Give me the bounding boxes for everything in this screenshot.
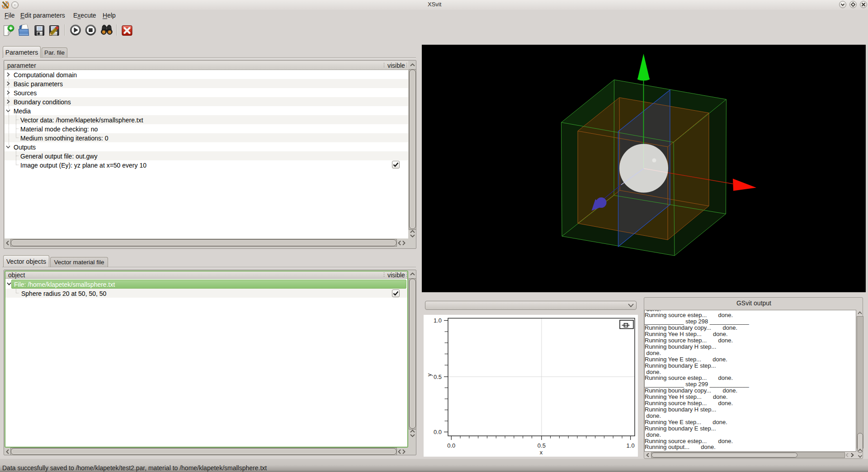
svg-text:1.0: 1.0	[434, 317, 442, 324]
svg-text:0.0: 0.0	[434, 429, 442, 435]
svg-text:0.5: 0.5	[434, 374, 442, 380]
svg-text:0.5: 0.5	[538, 442, 546, 449]
svg-text:y: y	[426, 373, 433, 376]
svg-text:x: x	[540, 449, 543, 456]
svg-text:0.0: 0.0	[447, 442, 455, 449]
svg-text:1.0: 1.0	[627, 442, 635, 449]
